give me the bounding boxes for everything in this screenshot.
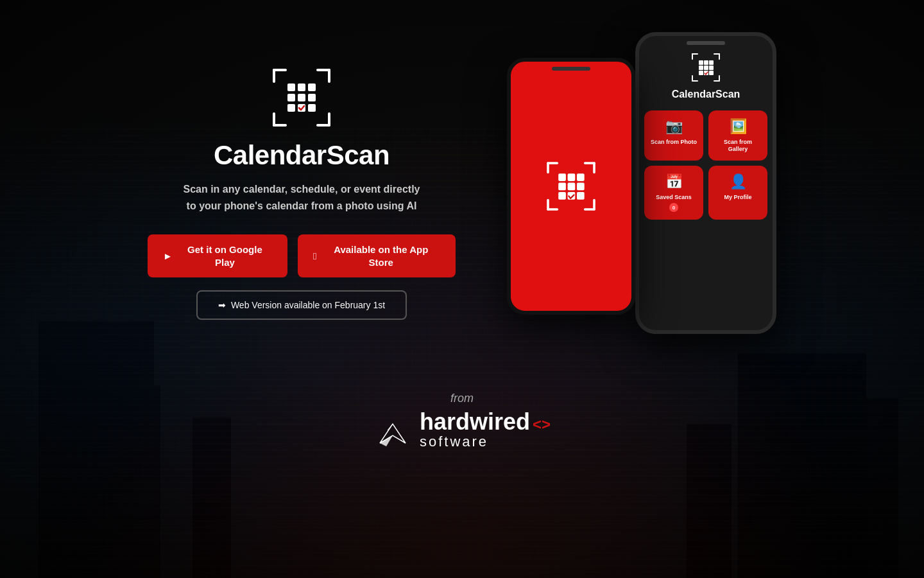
svg-rect-27: [577, 173, 585, 181]
tile-scan-photo[interactable]: 📷 Scan from Photo: [644, 110, 703, 161]
tile-my-profile-label: My Profile: [724, 194, 751, 201]
svg-rect-14: [287, 104, 295, 112]
app-title: CalendarScan: [214, 140, 389, 171]
svg-rect-7: [328, 112, 330, 127]
svg-rect-5: [273, 124, 287, 127]
svg-rect-12: [298, 94, 305, 101]
google-play-button[interactable]: ► Get it on Google Play: [148, 234, 287, 277]
svg-rect-42: [699, 60, 703, 65]
svg-rect-20: [593, 162, 595, 173]
svg-rect-29: [568, 183, 576, 191]
gallery-icon: 🖼️: [730, 118, 747, 135]
tile-saved-scans[interactable]: 📅 Saved Scans 0: [644, 166, 703, 220]
app-logo: [270, 66, 334, 130]
svg-rect-13: [308, 94, 316, 101]
svg-rect-26: [568, 173, 576, 181]
svg-rect-43: [704, 60, 708, 65]
svg-rect-25: [558, 173, 566, 181]
web-version-label: Web Version available on February 1st: [231, 300, 385, 310]
svg-marker-51: [380, 424, 406, 443]
svg-rect-1: [273, 69, 275, 83]
phones-container: CalendarScan 📷 Scan from Photo 🖼️ Scan f…: [507, 32, 776, 353]
svg-rect-39: [692, 80, 698, 82]
svg-rect-11: [287, 94, 295, 101]
app-store-button[interactable]:  Available on the App Store: [298, 234, 456, 277]
saved-scans-badge: 0: [669, 203, 678, 212]
app-description: Scan in any calendar, schedule, or event…: [180, 181, 424, 214]
svg-rect-46: [704, 66, 708, 70]
tile-scan-gallery-label: Scan from Gallery: [714, 139, 762, 153]
svg-rect-44: [709, 60, 714, 65]
svg-rect-18: [547, 162, 549, 173]
app-store-label: Available on the App Store: [322, 243, 440, 268]
page-content: CalendarScan Scan in any calendar, sched…: [0, 0, 924, 578]
main-section: CalendarScan Scan in any calendar, sched…: [0, 0, 924, 353]
phone-red-logo: [542, 157, 600, 215]
phone-dark-title: CalendarScan: [672, 89, 740, 100]
svg-rect-16: [308, 104, 316, 112]
phone-red: [507, 58, 635, 315]
svg-rect-9: [298, 83, 305, 91]
store-buttons: ► Get it on Google Play  Available on t…: [148, 234, 456, 277]
svg-rect-28: [558, 183, 566, 191]
svg-rect-35: [692, 53, 693, 60]
svg-line-55: [388, 424, 393, 430]
svg-rect-48: [699, 71, 703, 75]
svg-rect-22: [547, 208, 558, 211]
camera-icon: 📷: [665, 118, 683, 135]
svg-rect-8: [287, 83, 295, 91]
svg-rect-45: [699, 66, 703, 70]
play-icon: ►: [163, 250, 173, 263]
phone-dark-logo-icon: [690, 51, 722, 83]
svg-rect-33: [577, 192, 585, 200]
tile-scan-gallery[interactable]: 🖼️ Scan from Gallery: [708, 110, 767, 161]
brand-logo: hardwired <> software: [373, 410, 551, 450]
left-content: CalendarScan Scan in any calendar, sched…: [148, 66, 456, 320]
google-play-label: Get it on Google Play: [178, 243, 272, 268]
brand-name: hardwired: [420, 410, 530, 434]
svg-rect-37: [719, 53, 720, 60]
from-text: from: [450, 392, 474, 405]
svg-rect-47: [709, 66, 714, 70]
svg-rect-24: [593, 199, 595, 211]
brand-code-symbol: <>: [533, 416, 551, 434]
svg-rect-41: [719, 75, 720, 82]
brand-icon-svg: [373, 411, 412, 450]
svg-marker-53: [393, 424, 406, 443]
tile-scan-photo-label: Scan from Photo: [651, 139, 697, 146]
tile-saved-scans-label: Saved Scans: [656, 194, 692, 201]
svg-rect-50: [709, 71, 714, 75]
apple-icon: : [313, 250, 316, 263]
web-version-button[interactable]: ➡ Web Version available on February 1st: [196, 290, 407, 320]
calendar-icon: 📅: [665, 173, 683, 190]
login-icon: ➡: [218, 300, 226, 310]
tile-my-profile[interactable]: 👤 My Profile: [708, 166, 767, 220]
profile-icon: 👤: [730, 173, 747, 190]
bottom-section: from hardwired <> software: [373, 392, 551, 450]
brand-sub: software: [420, 434, 551, 450]
svg-rect-30: [577, 183, 585, 191]
app-grid: 📷 Scan from Photo 🖼️ Scan from Gallery 📅…: [639, 110, 773, 220]
brand-name-container: hardwired <> software: [420, 410, 551, 450]
svg-rect-31: [558, 192, 566, 200]
phone-dark: CalendarScan 📷 Scan from Photo 🖼️ Scan f…: [635, 32, 776, 334]
svg-rect-3: [328, 69, 330, 83]
svg-rect-10: [308, 83, 316, 91]
